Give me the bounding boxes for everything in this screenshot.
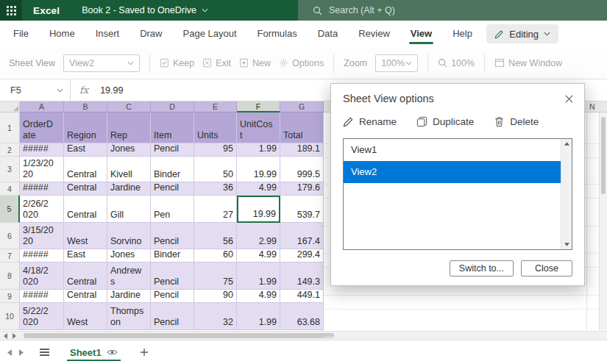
cell-A3[interactable]: 1/23/20 20 — [20, 157, 64, 182]
cell-D2[interactable]: Pencil — [151, 143, 194, 157]
view-item-view2[interactable]: View2 — [344, 161, 572, 183]
cell-C3[interactable]: Kivell — [107, 157, 151, 182]
cell-A7[interactable]: ##### — [20, 249, 64, 263]
cell-F8[interactable]: 1.99 — [237, 263, 280, 290]
cell-E10[interactable]: 32 — [194, 303, 237, 330]
cell-C2[interactable]: Jones — [107, 143, 151, 157]
cell-A9[interactable]: ##### — [20, 290, 64, 303]
rename-button[interactable]: Rename — [343, 116, 397, 127]
tab-help[interactable]: Help — [442, 21, 483, 47]
next-sheet-button[interactable] — [19, 349, 24, 356]
column-header-B[interactable]: B — [64, 101, 107, 113]
row-header-8[interactable]: 8 — [0, 263, 20, 290]
tab-view[interactable]: View — [400, 21, 442, 47]
cell-D10[interactable]: Pencil — [151, 303, 194, 330]
tab-formulas[interactable]: Formulas — [247, 21, 308, 47]
row-header-7[interactable]: 7 — [0, 249, 20, 263]
vertical-scrollbar-thumb[interactable] — [601, 117, 606, 194]
column-header-C[interactable]: C — [107, 101, 151, 113]
cell-D1[interactable]: Item — [151, 113, 194, 143]
tab-insert[interactable]: Insert — [85, 21, 130, 47]
row-header-6[interactable]: 6 — [0, 223, 20, 249]
tab-home[interactable]: Home — [39, 21, 85, 47]
cell-F1[interactable]: UnitCos t — [237, 113, 280, 143]
cell-E2[interactable]: 95 — [194, 143, 237, 157]
tab-data[interactable]: Data — [308, 21, 348, 47]
row-header-9[interactable]: 9 — [0, 290, 20, 303]
cell-G8[interactable]: 149.3 — [280, 263, 324, 290]
zoom-100-button[interactable]: 100% — [438, 58, 475, 68]
keep-button[interactable]: Keep — [160, 58, 194, 68]
cell-C7[interactable]: Jones — [107, 249, 151, 263]
cell-A8[interactable]: 4/18/2 020 — [20, 263, 64, 290]
view-list-scrollbar[interactable] — [561, 139, 572, 249]
scroll-down-icon[interactable] — [564, 243, 569, 246]
cell-B1[interactable]: Region — [64, 113, 107, 143]
row-header-2[interactable]: 2 — [0, 143, 20, 157]
cell-E4[interactable]: 36 — [194, 182, 237, 196]
cell-F3[interactable]: 19.99 — [237, 157, 280, 182]
editing-mode-button[interactable]: Editing — [486, 24, 558, 43]
cell-D8[interactable]: Pencil — [151, 263, 194, 290]
cell-F10[interactable]: 1.99 — [237, 303, 280, 330]
cell-B7[interactable]: East — [64, 249, 107, 263]
column-header-E[interactable]: E — [194, 101, 237, 113]
column-header-N[interactable]: N — [589, 102, 595, 111]
cell-D4[interactable]: Pencil — [151, 182, 194, 196]
cell-E6[interactable]: 56 — [194, 223, 237, 249]
cell-D6[interactable]: Pencil — [151, 223, 194, 249]
new-window-button[interactable]: New Window — [494, 58, 562, 68]
cell-E5[interactable]: 27 — [194, 196, 237, 223]
tab-page-layout[interactable]: Page Layout — [173, 21, 247, 47]
formula-input[interactable]: 19.99 — [100, 85, 123, 96]
cell-B2[interactable]: East — [64, 143, 107, 157]
cell-F2[interactable]: 1.99 — [237, 143, 280, 157]
scroll-right-icon[interactable] — [13, 333, 16, 339]
cell-G5[interactable]: 539.7 — [280, 196, 324, 223]
cell-A10[interactable]: 5/22/2 020 — [20, 303, 64, 330]
row-header-10[interactable]: 10 — [0, 303, 20, 330]
prev-sheet-button[interactable] — [7, 349, 12, 356]
scroll-left-icon[interactable] — [4, 333, 7, 339]
vertical-scrollbar[interactable] — [599, 113, 607, 330]
cell-B10[interactable]: West — [64, 303, 107, 330]
cell-C10[interactable]: Thomps on — [107, 303, 151, 330]
add-sheet-button[interactable] — [140, 348, 149, 357]
cell-G2[interactable]: 189.1 — [280, 143, 324, 157]
cell-G6[interactable]: 167.4 — [280, 223, 324, 249]
cell-A1[interactable]: OrderD ate — [20, 113, 64, 143]
row-header-1[interactable]: 1 — [0, 113, 20, 143]
column-header-A[interactable]: A — [20, 101, 64, 113]
new-view-button[interactable]: New — [239, 58, 271, 68]
horizontal-scrollbar-thumb[interactable] — [24, 333, 334, 338]
cell-B3[interactable]: Central — [64, 157, 107, 182]
tab-review[interactable]: Review — [348, 21, 400, 47]
name-box[interactable]: F5 — [0, 79, 71, 101]
cell-B6[interactable]: West — [64, 223, 107, 249]
search-box[interactable]: Search (Alt + Q) — [298, 0, 607, 21]
zoom-select[interactable]: 100% — [375, 54, 418, 72]
cell-G3[interactable]: 999.5 — [280, 157, 324, 182]
cell-C5[interactable]: Gill — [107, 196, 151, 223]
fx-icon[interactable]: fx — [79, 85, 88, 96]
cell-E1[interactable]: Units — [194, 113, 237, 143]
dialog-close-button[interactable] — [561, 90, 577, 107]
cell-A2[interactable]: ##### — [20, 143, 64, 157]
switch-to-button[interactable]: Switch to... — [450, 260, 514, 276]
app-launcher-button[interactable] — [0, 0, 22, 21]
row-header-5[interactable]: 5 — [0, 196, 20, 223]
cell-G1[interactable]: Total — [280, 113, 324, 143]
cell-A5[interactable]: 2/26/2 020 — [20, 196, 64, 223]
column-header-G[interactable]: G — [280, 101, 324, 113]
cell-G10[interactable]: 63.68 — [280, 303, 324, 330]
sheet-list-button[interactable] — [40, 349, 49, 356]
options-button[interactable]: Options — [279, 58, 324, 68]
sheet-tab-sheet1[interactable]: Sheet1 — [67, 340, 121, 364]
delete-button[interactable]: Delete — [494, 116, 539, 127]
cell-D9[interactable]: Pencil — [151, 290, 194, 303]
cell-C9[interactable]: Jardine — [107, 290, 151, 303]
tab-draw[interactable]: Draw — [129, 21, 172, 47]
cell-F5[interactable]: 19.99 — [237, 196, 280, 223]
cell-G9[interactable]: 449.1 — [280, 290, 324, 303]
cell-E7[interactable]: 60 — [194, 249, 237, 263]
